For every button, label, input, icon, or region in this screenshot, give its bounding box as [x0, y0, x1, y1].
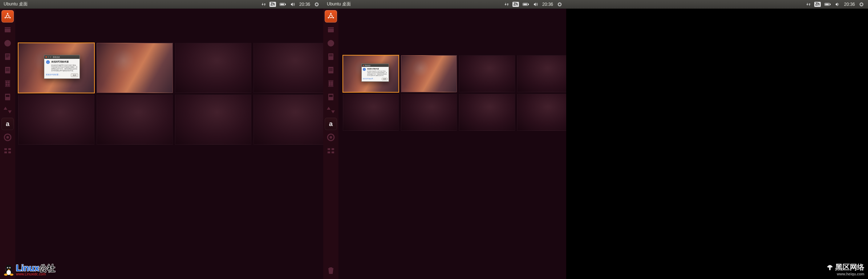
tux-icon: [4, 264, 14, 276]
minimize-icon[interactable]: [48, 56, 49, 58]
workspace-switcher-overview: 系统信息 i 未找到可用软件源 您当前软件源配置中没有可用的下载源。可能是因为软…: [338, 9, 566, 279]
svg-point-10: [4, 40, 11, 46]
dialog-title: 系统信息: [365, 65, 370, 66]
battery-indicator[interactable]: [822, 0, 833, 9]
network-indicator[interactable]: [502, 0, 511, 9]
workspace-7[interactable]: [175, 94, 251, 145]
workspace-1[interactable]: 系统信息 i 未找到可用软件源 您当前软件源配置中没有可用的下载源。可能是因为软…: [343, 55, 399, 92]
trash-icon[interactable]: [325, 264, 337, 277]
svg-point-50: [328, 40, 334, 46]
top-panel: Ubuntu 桌面 Zh 20:36: [0, 0, 323, 9]
top-panel: Zh 20:36: [566, 0, 868, 9]
workspace-switcher-icon[interactable]: [1, 145, 14, 157]
close-button[interactable]: 关闭: [71, 73, 78, 77]
svg-rect-14: [6, 57, 8, 57]
unity-launcher: a: [0, 9, 15, 279]
dialog-titlebar[interactable]: 系统信息: [44, 55, 80, 59]
battery-indicator[interactable]: [277, 0, 288, 9]
software-icon[interactable]: [325, 104, 337, 117]
dialog-body-text: 您当前软件源配置中没有可用的下载源。可能是因为软件源文件被修改或删除，或者网络连…: [367, 70, 388, 76]
close-button[interactable]: 关闭: [382, 78, 388, 80]
sound-indicator[interactable]: [833, 0, 842, 9]
sound-indicator[interactable]: [288, 0, 297, 9]
svg-rect-49: [328, 29, 334, 32]
svg-rect-16: [6, 68, 9, 69]
ime-indicator[interactable]: Zh: [814, 2, 821, 7]
document-icon[interactable]: [1, 50, 14, 63]
workspace-6[interactable]: [401, 94, 457, 131]
session-indicator[interactable]: [857, 0, 866, 9]
workspace-1[interactable]: 系统信息 i 未找到可用软件源 您当前软件源配置中没有可用的下载源。可能是因为软…: [18, 43, 94, 93]
settings-icon[interactable]: [325, 131, 337, 143]
settings-icon[interactable]: [1, 131, 14, 143]
workspace-6[interactable]: [97, 94, 173, 145]
amazon-icon[interactable]: a: [1, 118, 14, 130]
dialog-link[interactable]: 更改软件源设置…: [46, 73, 60, 77]
document-icon[interactable]: [325, 50, 337, 63]
session-indicator[interactable]: [555, 0, 564, 9]
dash-icon[interactable]: [325, 10, 337, 23]
watermark-url: www.heiqu.com: [837, 272, 864, 276]
screenshot-c: Zh 20:36 黑区网络 www.heiqu.com: [566, 0, 868, 279]
close-icon[interactable]: [45, 56, 47, 58]
dialog-titlebar[interactable]: 系统信息: [362, 64, 389, 67]
dialog-window[interactable]: 系统信息 i 未找到可用软件源 您当前软件源配置中没有可用的下载源。可能是因为软…: [44, 55, 80, 79]
ime-indicator[interactable]: Zh: [512, 2, 519, 7]
workspace-4[interactable]: [517, 55, 566, 92]
network-indicator[interactable]: [259, 0, 268, 9]
svg-point-4: [6, 15, 9, 18]
calc-icon[interactable]: [325, 77, 337, 90]
screenshot-b: Ubuntu 桌面 Zh 20:36: [323, 0, 566, 279]
svg-point-36: [8, 268, 8, 268]
svg-point-45: [330, 13, 332, 14]
svg-rect-67: [328, 151, 330, 153]
impress-icon[interactable]: [1, 91, 14, 103]
files-icon[interactable]: [1, 24, 14, 36]
workspace-3[interactable]: [459, 55, 515, 92]
ime-indicator[interactable]: Zh: [269, 2, 276, 7]
clock-indicator[interactable]: 20:36: [297, 0, 312, 9]
clock-indicator[interactable]: 20:36: [540, 0, 555, 9]
svg-rect-13: [6, 56, 9, 56]
svg-rect-56: [329, 69, 333, 70]
svg-rect-28: [8, 148, 11, 150]
svg-rect-71: [825, 4, 829, 5]
workspace-3[interactable]: [175, 43, 251, 93]
workspace-5[interactable]: [18, 94, 94, 145]
workspace-8[interactable]: [253, 94, 323, 145]
calc-icon[interactable]: [1, 77, 14, 90]
workspace-4[interactable]: [253, 43, 323, 93]
dialog-link[interactable]: 更改软件源设置…: [363, 78, 374, 80]
workspace-5[interactable]: [343, 94, 399, 131]
impress-icon[interactable]: [325, 91, 337, 103]
clock-indicator[interactable]: 20:36: [842, 0, 857, 9]
amazon-icon[interactable]: a: [325, 118, 337, 130]
sound-indicator[interactable]: [531, 0, 540, 9]
dialog-body-text: 您当前软件源配置中没有可用的下载源。可能是因为软件源文件被修改或删除，或者网络连…: [51, 64, 78, 72]
svg-point-46: [333, 17, 334, 19]
workspace-2[interactable]: [401, 55, 457, 92]
dialog-window[interactable]: 系统信息 i 未找到可用软件源 您当前软件源配置中没有可用的下载源。可能是因为软…: [361, 64, 389, 82]
watermark-suffix: 公社: [39, 264, 55, 273]
workspace-8[interactable]: [517, 94, 566, 131]
battery-indicator[interactable]: [520, 0, 531, 9]
writer-icon[interactable]: [325, 64, 337, 76]
info-icon: i: [46, 60, 50, 64]
workspace-7[interactable]: [459, 94, 515, 131]
writer-icon[interactable]: [1, 64, 14, 76]
workspace-switcher-icon[interactable]: [325, 145, 337, 157]
info-icon: i: [363, 68, 366, 71]
workspace-2[interactable]: [97, 43, 173, 93]
files-icon[interactable]: [325, 24, 337, 36]
svg-point-26: [7, 136, 9, 139]
svg-rect-24: [6, 95, 9, 97]
firefox-icon[interactable]: [325, 37, 337, 49]
software-icon[interactable]: [1, 104, 14, 117]
maximize-icon[interactable]: [50, 56, 51, 58]
network-indicator[interactable]: [804, 0, 813, 9]
close-icon[interactable]: [363, 65, 364, 66]
firefox-icon[interactable]: [1, 37, 14, 49]
svg-rect-70: [830, 4, 831, 5]
dash-icon[interactable]: [1, 10, 14, 23]
session-indicator[interactable]: [312, 0, 321, 9]
